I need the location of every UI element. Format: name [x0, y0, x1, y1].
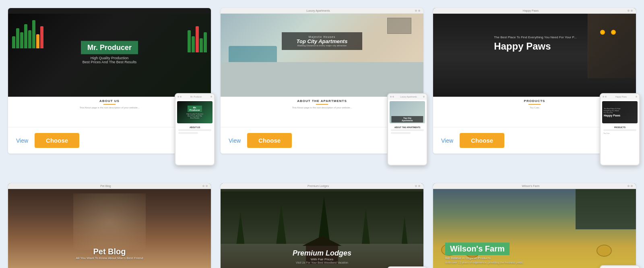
mobile-header: Luxury Apartments [388, 94, 427, 100]
card-mr-producer: Mr. Producer [8, 8, 211, 154]
main-preview-farm: Wilson's Farm Wilson's Farm We Believe i… [433, 183, 636, 268]
mobile-header: Mr. Producer [175, 94, 214, 100]
choose-button-mr-producer[interactable]: Choose [35, 133, 79, 148]
nav-bar: Wilson's Farm [433, 183, 636, 189]
card-wrapper-luxury: Luxury Apartments Majestic Houses Top Ci… [221, 8, 423, 174]
nav-title: Luxury Apartments [224, 9, 413, 12]
mobile-subtitle: The Best Place To FindEverything You Nee… [604, 108, 620, 114]
card-title: Mr. Producer [81, 41, 138, 54]
apt-overlay: Majestic Houses Top City Apartments Walk… [282, 32, 362, 50]
main-preview-pet-blog: Pet Blog Pet Blog All You Want To Know A… [8, 183, 211, 268]
nav-bar: Happy Paws [433, 8, 636, 14]
bar [204, 32, 207, 52]
tree [236, 212, 244, 244]
mobile-body: The Best Place To FindEverything You Nee… [601, 100, 639, 137]
lodge-subtitle2: Visit Us For Your Best Woodland Vacation [221, 261, 423, 264]
apt-majestic: Majestic Houses [290, 35, 354, 38]
bar [40, 26, 43, 48]
preview-luxury: Luxury Apartments Majestic Houses Top Ci… [221, 8, 423, 97]
card-farm: Wilson's Farm Wilson's Farm We Believe i… [433, 183, 636, 268]
mobile-hero: The Best Place To FindEverything You Nee… [602, 101, 638, 123]
nav-dot [415, 10, 417, 12]
bar [196, 26, 199, 52]
pet-main-title: Pet Blog [76, 247, 143, 256]
card-subtitle: High Quality Production [81, 56, 138, 60]
main-preview-mr-producer: Mr. Producer [8, 8, 211, 97]
view-button-luxury[interactable]: View [229, 137, 241, 144]
nav-dot [631, 185, 633, 187]
mobile-hero: Mr.Producer High Quality ProductionBest … [177, 101, 213, 123]
divider [103, 104, 116, 105]
template-grid: Mr. Producer [8, 8, 636, 268]
mobile-body: Top CityApartments ABOUT THE APARTMENTS [388, 100, 427, 138]
title-overlay: Mr. Producer High Quality Production Bes… [81, 41, 138, 64]
preview-pet-blog: Pet Blog Pet Blog All You Want To Know A… [8, 183, 211, 268]
farm-title-overlay: Wilson's Farm We Believe in Organic Prod… [445, 243, 524, 264]
bar [24, 24, 27, 48]
preview-premium: Premium Lodges [221, 183, 423, 268]
preview-happy-paws: Happy Paws The Best Place To [433, 8, 636, 97]
pet-subtitle: All You Want To Know About Man's Best Fr… [76, 256, 143, 260]
mobile-preview-premium: Premium Lodges PremiumLodges With Fair P… [387, 266, 427, 268]
choose-button-happy-paws[interactable]: Choose [460, 133, 504, 148]
mobile-about: ABOUT US [178, 126, 211, 129]
bar [188, 30, 191, 52]
lodge-title-overlay: Premium Lodges With Fair Prices Visit Us… [221, 249, 423, 264]
bar [200, 38, 203, 52]
preview-farm: Wilson's Farm Wilson's Farm We Believe i… [433, 183, 636, 268]
preview-mr-producer: Mr. Producer [8, 8, 211, 97]
bar [32, 20, 35, 48]
card-happy-paws: Happy Paws The Best Place To [433, 8, 636, 154]
sofa-silhouette [229, 46, 277, 62]
card-luxury: Luxury Apartments Majestic Houses Top Ci… [221, 8, 423, 154]
bar [20, 32, 23, 48]
choose-button-luxury[interactable]: Choose [247, 133, 292, 148]
view-button-mr-producer[interactable]: View [16, 137, 28, 144]
bar-chart [12, 16, 43, 48]
tree [362, 208, 370, 244]
card-wrapper-happy-paws: Happy Paws The Best Place To [433, 8, 636, 174]
paws-main-title: Happy Paws [494, 41, 576, 52]
mobile-preview-happy-paws: Happy Paws The Best Place To FindEveryth… [600, 93, 640, 166]
view-button-happy-paws[interactable]: View [441, 137, 453, 144]
mobile-title: Happy Paws [604, 114, 620, 117]
mobile-body: Mr.Producer High Quality ProductionBest … [175, 100, 214, 138]
divider [528, 104, 541, 105]
card-subtitle2: Best Prices And The Best Results [81, 60, 138, 64]
mobile-text: PRODUCTS Toy Cats [602, 125, 638, 135]
dog-area [73, 193, 146, 250]
bar [16, 28, 19, 48]
mobile-preview-mr-producer: Mr. Producer Mr.Producer High Quality Pr… [175, 93, 215, 166]
bar [28, 30, 31, 48]
mobile-hero: Top CityApartments [390, 101, 425, 123]
nav-dot [627, 10, 630, 12]
apt-subtitle: Walking Distance to every major city att… [290, 44, 354, 47]
nav-dot [415, 185, 417, 187]
card-premium: Premium Lodges [221, 183, 423, 268]
mobile-about: PRODUCTS [603, 126, 636, 129]
eye-right [611, 30, 616, 35]
bar-chart-right [188, 20, 207, 52]
nav-dot [418, 185, 420, 187]
mobile-overlay: Top CityApartments [391, 116, 423, 123]
nav-title: Wilson's Farm [436, 185, 625, 187]
lodge-main-title: Premium Lodges [221, 249, 423, 258]
apt-title: Top City Apartments [290, 38, 354, 44]
mobile-nav-title: Luxury Apartments [400, 96, 417, 98]
nav-title: Pet Blog [11, 185, 200, 187]
main-preview-happy-paws: Happy Paws The Best Place To [433, 8, 636, 97]
pet-title-overlay: Pet Blog All You Want To Know About Man'… [76, 247, 143, 260]
farm-subtitle2: With over 12 years of experience, provid… [445, 261, 524, 264]
animal-silhouette [588, 14, 636, 78]
card-wrapper-farm: Wilson's Farm Wilson's Farm We Believe i… [433, 183, 636, 268]
nav-dot [202, 185, 204, 187]
mobile-text: ABOUT US [177, 125, 213, 136]
nav-dot [627, 185, 630, 187]
mobile-preview-farm: Wilson's Farm Wilson'sFarm We Believe in… [600, 265, 640, 268]
bar [12, 36, 15, 48]
tree [402, 216, 408, 244]
mobile-text: ABOUT THE APARTMENTS [390, 125, 425, 136]
nav-title: Premium Lodges [224, 185, 413, 187]
lodge-subtitle: With Fair Prices [221, 258, 423, 261]
farm-subtitle: We Believe in Organic Products [445, 256, 524, 260]
